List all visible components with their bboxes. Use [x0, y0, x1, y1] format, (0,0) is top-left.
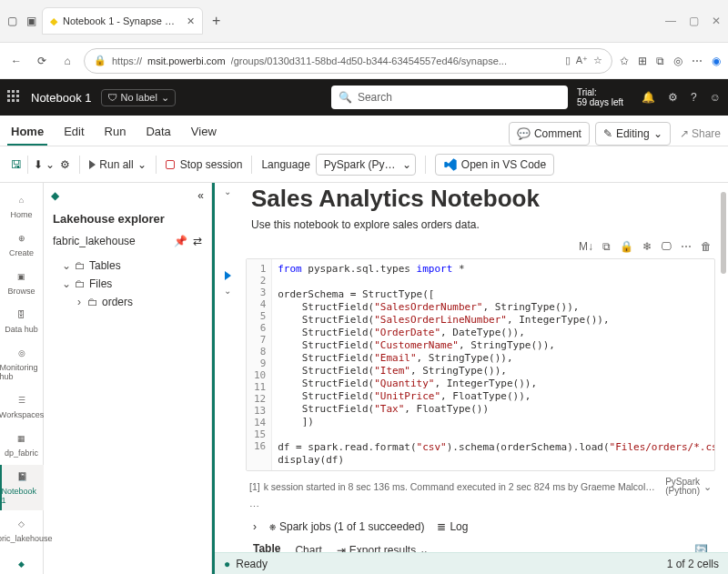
stack-icon: ▣	[14, 268, 30, 285]
notebook-content: ⌄ ⌄ Sales Analytics Notebook Use this no…	[212, 183, 728, 574]
extensions-icon[interactable]: ⊞	[638, 55, 647, 67]
menu-run[interactable]: Run	[101, 119, 130, 146]
download-icon[interactable]: ⬇ ⌄	[34, 158, 55, 171]
code-cell[interactable]: 12345678910111213141516 from pyspark.sql…	[246, 258, 715, 471]
output-tabs: Table Chart ⇥ Export results ⌄ 🔄	[246, 535, 715, 552]
close-icon[interactable]: ✕	[187, 15, 195, 27]
status-bar: ● Ready 1 of 2 cells	[215, 552, 728, 574]
rail-dpfabric[interactable]: ▦dp_fabric	[0, 427, 44, 463]
spark-jobs[interactable]: ⎈ Spark jobs (1 of 1 succeeded)	[269, 520, 424, 533]
menu-edit[interactable]: Edit	[60, 119, 87, 146]
app-header: Notebook 1 🛡 No label ⌄ 🔍 Search Trial: …	[0, 79, 728, 116]
rail-create[interactable]: ⊕Create	[0, 227, 44, 263]
collapse-cell-icon[interactable]: ⌄	[224, 186, 231, 196]
workspace-icon[interactable]: ▢	[7, 15, 17, 27]
rail-notebook[interactable]: 📓Notebook 1	[0, 465, 44, 510]
bing-icon[interactable]: ◉	[712, 55, 721, 67]
expand-icon[interactable]: ›	[253, 520, 257, 533]
rail-browse[interactable]: ▣Browse	[0, 265, 44, 301]
search-icon: 🔍	[339, 91, 352, 104]
refresh-button[interactable]: ⟳	[33, 52, 51, 70]
back-button[interactable]: ←	[7, 52, 25, 70]
freeze-icon[interactable]: ❄	[642, 240, 652, 253]
new-tab-button[interactable]: +	[212, 13, 220, 29]
settings-icon[interactable]: ⚙	[668, 91, 678, 104]
chevron-down-icon[interactable]: ⌄	[703, 481, 712, 492]
export-results-button[interactable]: ⇥ Export results ⌄	[337, 544, 429, 552]
log-label: Log	[450, 520, 468, 533]
lakehouse-selector[interactable]: fabric_lakehouse 📌⇄	[44, 229, 211, 253]
comment-button[interactable]: 💬Comment	[509, 122, 590, 146]
help-icon[interactable]: ?	[691, 91, 697, 104]
favorites-bar-icon[interactable]: ✩	[620, 55, 629, 67]
swap-icon[interactable]: ⇄	[193, 235, 202, 247]
browser-tab[interactable]: ◆ Notebook 1 - Synapse Data Eng ✕	[42, 7, 203, 35]
favorite-icon[interactable]: ☆	[593, 55, 602, 66]
search-input[interactable]: 🔍 Search	[331, 86, 568, 109]
rail-persona[interactable]: ◆Data Engineering	[0, 552, 44, 574]
status-ready-icon: ●	[224, 558, 230, 570]
open-vscode-button[interactable]: Open in VS Code	[435, 154, 554, 176]
delete-icon[interactable]: 🗑	[701, 240, 712, 253]
lakehouse-icon: ◇	[14, 516, 30, 532]
rail-lakehouse[interactable]: ◇fabric_lakehouse	[0, 512, 44, 549]
menu-home[interactable]: Home	[7, 119, 47, 146]
rail-home[interactable]: ⌂Home	[0, 188, 44, 225]
log-tab[interactable]: ≣ Log	[437, 520, 468, 533]
collections-icon[interactable]: ▣	[26, 15, 36, 27]
window-close-icon[interactable]: ✕	[712, 15, 721, 27]
rail-workspaces[interactable]: ☰Workspaces	[0, 388, 44, 425]
rail-workspaces-label: Workspaces	[0, 410, 44, 419]
save-icon[interactable]: 🖫	[11, 158, 22, 171]
url-bar[interactable]: 🔒 https://msit.powerbi.com/groups/0130d3…	[84, 48, 612, 74]
app-launcher-icon[interactable]	[7, 90, 22, 105]
collapse-code-icon[interactable]: ⌄	[224, 286, 231, 296]
tree-orders[interactable]: ›🗀orders	[62, 293, 209, 311]
output-ellipsis[interactable]: ⋯	[246, 498, 715, 515]
reader-icon[interactable]: A⁺	[576, 55, 588, 66]
collapse-panel-icon[interactable]: «	[197, 189, 204, 202]
refresh-output-icon[interactable]: 🔄	[694, 544, 708, 552]
markdown-icon[interactable]: M↓	[579, 240, 593, 253]
rail-monitoring[interactable]: ◎Monitoring hub	[0, 341, 44, 387]
export-label: Export results	[349, 544, 416, 552]
copy-icon[interactable]: ⧉	[602, 240, 611, 253]
menu-view[interactable]: View	[187, 119, 220, 146]
run-all-button[interactable]: Run all ⌄	[86, 158, 149, 171]
rail-browse-label: Browse	[7, 287, 35, 296]
tree-files-label: Files	[89, 277, 112, 290]
run-cell-button[interactable]	[225, 271, 231, 280]
notification-icon[interactable]: 🔔	[642, 91, 655, 104]
tab-table[interactable]: Table	[253, 542, 280, 552]
home-button[interactable]: ⌂	[58, 52, 76, 70]
rail-create-label: Create	[9, 248, 34, 257]
minimize-icon[interactable]: —	[665, 15, 676, 27]
chevron-right-icon: ›	[75, 296, 84, 308]
read-aloud-icon[interactable]: ▯	[565, 55, 571, 66]
sensitivity-label[interactable]: 🛡 No label ⌄	[101, 89, 176, 106]
notebook-name[interactable]: Notebook 1	[31, 91, 92, 105]
more-icon[interactable]: ⋯	[692, 55, 703, 67]
language-select[interactable]: PySpark (Pytho... ⌄	[316, 154, 416, 176]
lock-icon[interactable]: 🔒	[620, 240, 633, 253]
rail-datahub[interactable]: 🗄Data hub	[0, 303, 44, 339]
share-button[interactable]: ↗ Share	[680, 127, 721, 140]
stop-session-button[interactable]: Stop session	[162, 158, 247, 171]
cell-toolbar: M↓ ⧉ 🔒 ❄ 🖵 ⋯ 🗑	[246, 240, 715, 253]
content-scrollbar[interactable]	[719, 183, 726, 552]
code-body[interactable]: from pyspark.sql.types import * orderSch…	[272, 259, 714, 470]
more-icon[interactable]: ⋯	[681, 240, 692, 253]
collections2-icon[interactable]: ⧉	[656, 55, 664, 67]
feedback-icon[interactable]: ☺	[710, 91, 721, 104]
tree-tables[interactable]: ⌄🗀Tables	[62, 257, 209, 275]
plus-circle-icon: ⊕	[14, 230, 30, 247]
pin-icon[interactable]: 📌	[174, 235, 187, 247]
gear-icon[interactable]: ⚙	[60, 158, 70, 171]
menu-data[interactable]: Data	[142, 119, 174, 146]
editing-mode-button[interactable]: Editing⌄	[595, 122, 671, 146]
profile-icon[interactable]: ◎	[673, 55, 682, 67]
maximize-icon[interactable]: ▢	[689, 15, 699, 27]
tree-files[interactable]: ⌄🗀Files	[62, 275, 209, 293]
present-icon[interactable]: 🖵	[661, 240, 672, 253]
tab-chart[interactable]: Chart	[295, 544, 321, 552]
